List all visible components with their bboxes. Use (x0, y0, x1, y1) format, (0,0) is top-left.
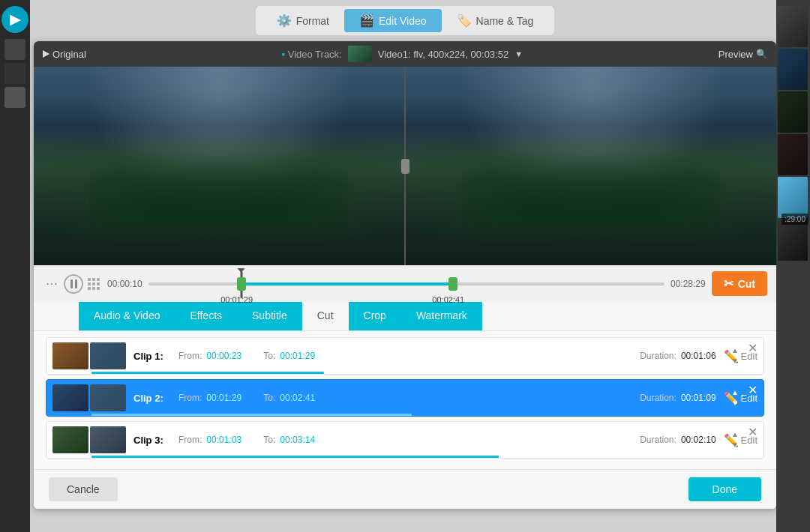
clip-up-button[interactable]: ▲ (729, 430, 741, 439)
scissors-icon: ✂ (724, 276, 734, 291)
from-time: 00:01:03 (206, 435, 259, 445)
side-thumbnail (778, 177, 808, 218)
clip-down-button[interactable]: ▼ (729, 441, 741, 450)
tab-effects[interactable]: Effects (175, 302, 237, 330)
right-panel: :29:00 (776, 0, 810, 532)
format-icon: ⚙️ (277, 13, 292, 28)
clip-row[interactable]: Clip 3: From: 00:01:03 To: 00:03:14 Dura… (46, 421, 764, 459)
clip-row[interactable]: Clip 1: From: 00:00:23 To: 00:01:29 Dura… (46, 337, 764, 375)
done-button[interactable]: Done (688, 477, 761, 501)
clip-name: Clip 1: (134, 351, 178, 362)
to-time: 00:01:29 (280, 351, 332, 361)
from-time: 00:00:23 (206, 351, 259, 361)
dropdown-icon[interactable]: ▼ (514, 49, 523, 58)
bottom-bar: Cancle Done (34, 469, 776, 509)
app-container: ▶ :29:00 ⚙️ Format 🎬 Edit Video 🏷️ Name … (0, 0, 810, 532)
tab-subtitle[interactable]: Subtitle (237, 302, 302, 330)
duration-label: Duration: (640, 351, 676, 361)
clip-progress-bar (92, 456, 674, 458)
preview-button[interactable]: Preview 🔍 (718, 49, 767, 60)
clip-info: Clip 3: From: 00:01:03 To: 00:03:14 Dura… (134, 435, 716, 446)
tab-name-tag[interactable]: 🏷️ Name & Tag (442, 9, 549, 32)
left-handle-time: 00:01:29 (220, 295, 253, 304)
tab-audio-video-label: Audio & Video (94, 309, 160, 321)
tab-cut[interactable]: Cut (302, 302, 349, 330)
timeline-right-handle[interactable]: 00:02:41 (448, 277, 458, 291)
grid-icon (86, 276, 101, 291)
tab-cut-label: Cut (317, 309, 334, 321)
tab-crop[interactable]: Crop (349, 302, 401, 330)
cancel-button[interactable]: Cancle (49, 477, 118, 501)
clip-thumb-2 (90, 426, 126, 453)
tab-edit-video[interactable]: 🎬 Edit Video (344, 9, 442, 32)
side-thumbnail (778, 220, 808, 261)
tab-watermark-label: Watermark (416, 309, 467, 321)
tab-format[interactable]: ⚙️ Format (262, 9, 344, 32)
side-thumbnail (778, 49, 808, 90)
video-header-center: ▪ Video Track: Video1: flv, 400x224, 00:… (281, 46, 523, 62)
original-badge: Original (43, 49, 86, 60)
clip-progress-bar (92, 414, 674, 416)
clip-up-button[interactable]: ▲ (729, 346, 741, 355)
clip-row-controls: ▲ ▼ (729, 422, 741, 458)
clip-down-button[interactable]: ▼ (729, 357, 741, 366)
timeline-controls: ⋯ (43, 273, 101, 294)
tab-crop-label: Crop (364, 309, 386, 321)
clip-info: Clip 1: From: 00:00:23 To: 00:01:29 Dura… (134, 351, 716, 362)
clip-thumb-2 (90, 342, 126, 369)
video-divider (404, 67, 406, 265)
clip-delete-button[interactable]: ✕ (748, 384, 758, 396)
top-tab-bar: ⚙️ Format 🎬 Edit Video 🏷️ Name & Tag (256, 6, 555, 35)
clip-duration-section: Duration: 00:01:06 (640, 351, 716, 361)
video-track-label: ▪ Video Track: (281, 49, 341, 60)
duration-label: Duration: (640, 393, 676, 403)
timeline-left-handle[interactable]: 00:01:29 (237, 277, 246, 291)
timeline-dots: ⋯ (43, 273, 61, 294)
clip-down-button[interactable]: ▼ (729, 399, 741, 408)
timeline-end-time: 00:28:29 (670, 279, 706, 289)
to-label: To: (263, 351, 275, 361)
cut-button[interactable]: ✂ Cut (712, 271, 767, 296)
side-thumbnail (778, 6, 808, 47)
clip-delete-button[interactable]: ✕ (748, 426, 758, 438)
from-label: From: (178, 393, 202, 403)
clip-row-controls: ▲ ▼ (729, 380, 741, 416)
to-label: To: (263, 393, 275, 403)
video-preview (34, 67, 776, 265)
search-icon: 🔍 (756, 49, 767, 59)
done-label: Done (712, 483, 737, 495)
duration-label: Duration: (640, 435, 676, 445)
tab-watermark[interactable]: Watermark (401, 302, 482, 330)
clip-thumb-1 (52, 342, 88, 369)
from-time: 00:01:29 (206, 393, 259, 403)
edit-video-icon: 🎬 (359, 13, 374, 28)
clip-duration-section: Duration: 00:02:10 (640, 435, 716, 445)
clip-row[interactable]: Clip 2: From: 00:01:29 To: 00:02:41 Dura… (46, 379, 764, 417)
name-tag-icon: 🏷️ (457, 13, 472, 28)
pause-button[interactable] (64, 274, 83, 294)
video-header: Original ▪ Video Track: Video1: flv, 400… (34, 41, 776, 67)
tab-edit-video-label: Edit Video (379, 15, 427, 27)
side-thumbnail (778, 91, 808, 133)
clip-thumbnails (52, 426, 126, 453)
clip-time-section: From: 00:01:29 To: 00:02:41 (178, 393, 640, 403)
from-label: From: (178, 435, 202, 445)
clip-row-controls: ▲ ▼ (729, 338, 741, 374)
tab-effects-label: Effects (190, 309, 222, 321)
clip-delete-button[interactable]: ✕ (748, 342, 758, 354)
clip-up-button[interactable]: ▲ (729, 388, 741, 397)
clip-info: Clip 2: From: 00:01:29 To: 00:02:41 Dura… (134, 393, 716, 404)
to-time: 00:02:41 (280, 393, 332, 403)
pause-icon (70, 279, 77, 288)
timeline-track[interactable]: 00:01:29 00:02:41 (148, 273, 664, 295)
track-info: Video1: flv, 400x224, 00:03:52 (378, 49, 508, 60)
clip-name: Clip 3: (134, 435, 178, 446)
track-thumbnail (348, 46, 372, 62)
timeline-active-range (242, 282, 453, 285)
video-left (34, 67, 404, 265)
to-label: To: (263, 435, 275, 445)
clip-time-section: From: 00:01:03 To: 00:03:14 (178, 435, 640, 445)
tab-audio-video[interactable]: Audio & Video (79, 302, 175, 330)
right-handle-time: 00:02:41 (432, 295, 464, 304)
clip-time-section: From: 00:00:23 To: 00:01:29 (178, 351, 640, 361)
